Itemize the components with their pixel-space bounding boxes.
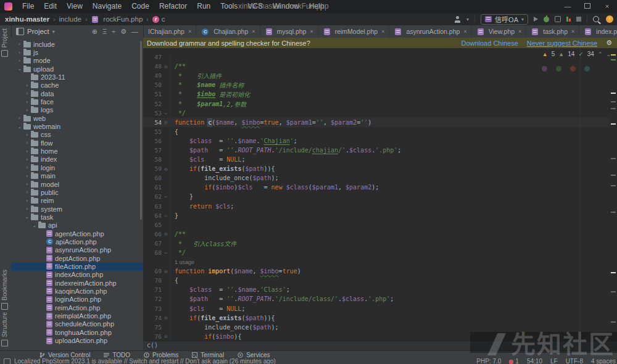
- tree-item-scheduleAction.php[interactable]: scheduleAction.php: [11, 320, 143, 328]
- chevron-right-icon[interactable]: ›: [23, 206, 30, 212]
- menu-run[interactable]: Run: [192, 2, 215, 10]
- tree-item-logs[interactable]: ›logs: [11, 106, 143, 114]
- tree-item-agentAction.php[interactable]: agentAction.php: [11, 230, 143, 238]
- chevron-right-icon[interactable]: ›: [23, 181, 30, 187]
- fold-marker[interactable]: ⌣: [162, 110, 170, 117]
- chevron-down-icon[interactable]: ⌄: [16, 66, 23, 72]
- locate-file-icon[interactable]: ⊕: [92, 25, 97, 38]
- project-view-dropdown[interactable]: ▾: [52, 29, 55, 35]
- chevron-right-icon[interactable]: ›: [23, 149, 30, 154]
- fold-marker[interactable]: ⊖: [162, 315, 170, 321]
- tab-close-icon[interactable]: ×: [252, 28, 255, 35]
- tab-close-icon[interactable]: ×: [381, 28, 384, 35]
- chevron-right-icon[interactable]: ›: [23, 165, 30, 170]
- breadcrumb-item-include[interactable]: include: [59, 15, 81, 23]
- tree-item-upload[interactable]: ⌄upload: [11, 65, 143, 73]
- tree-item-public[interactable]: ›public: [11, 188, 143, 196]
- chevron-right-icon[interactable]: ›: [16, 41, 23, 47]
- debug-button[interactable]: [544, 17, 549, 22]
- hide-panel-icon[interactable]: —: [131, 25, 138, 38]
- layout-icon[interactable]: [4, 358, 10, 364]
- tree-item-asynrunAction.php[interactable]: asynrunAction.php: [11, 246, 143, 254]
- tree-item-home[interactable]: ›home: [11, 147, 143, 155]
- tree-item-webmain[interactable]: ⌄webmain: [11, 122, 143, 130]
- chevron-right-icon[interactable]: ›: [23, 132, 30, 138]
- project-scrollbar[interactable]: [140, 41, 142, 220]
- tab-IChajian.php[interactable]: IChajian.php×: [144, 25, 196, 38]
- panel-settings-icon[interactable]: ⚙: [120, 25, 126, 38]
- tree-item-css[interactable]: ›css: [11, 131, 143, 139]
- fold-marker[interactable]: ⌣: [162, 212, 170, 219]
- breadcrumb-item-rockFun.php[interactable]: rockFun.php: [91, 15, 143, 23]
- notification-count[interactable]: 1: [509, 358, 519, 364]
- banner-settings-icon[interactable]: ⚙: [606, 39, 612, 47]
- chevron-right-icon[interactable]: ›: [16, 50, 23, 56]
- tree-item-main[interactable]: ›main: [11, 172, 143, 180]
- menu-code[interactable]: Code: [126, 2, 154, 10]
- tree-item-model[interactable]: ›model: [11, 180, 143, 188]
- tree-item-fileAction.php[interactable]: fileAction.php: [11, 262, 143, 270]
- chevron-right-icon[interactable]: ›: [16, 58, 23, 64]
- tree-item-system[interactable]: ›system: [11, 205, 143, 213]
- tree-item-api[interactable]: ⌄api: [11, 221, 143, 230]
- tree-item-web[interactable]: ›web: [11, 114, 143, 122]
- profiler-button[interactable]: [566, 17, 571, 22]
- stripe-project-button[interactable]: Project: [1, 28, 8, 57]
- tree-item-apiAction.php[interactable]: CapiAction.php: [11, 238, 143, 246]
- chevron-right-icon[interactable]: ›: [23, 83, 30, 88]
- expand-icon[interactable]: Ξ: [102, 25, 107, 38]
- code-with-me-icon[interactable]: [453, 16, 461, 23]
- tree-item-indexAction.php[interactable]: indexAction.php: [11, 271, 143, 279]
- chevron-right-icon[interactable]: ›: [23, 107, 30, 113]
- fold-marker[interactable]: ⊖: [162, 166, 170, 172]
- stripe-structure-button[interactable]: Structure: [1, 312, 8, 347]
- never-suggest-chinese-link[interactable]: Never suggest Chinese: [527, 39, 597, 47]
- minimize-button[interactable]: —: [558, 0, 578, 13]
- chevron-right-icon[interactable]: ›: [23, 99, 30, 105]
- menu-edit[interactable]: Edit: [39, 2, 62, 10]
- breadcrumb-item-xinhu-master[interactable]: xinhu-master: [5, 15, 49, 23]
- menu-navigate[interactable]: Navigate: [88, 2, 126, 10]
- chevron-right-icon[interactable]: ›: [23, 198, 30, 204]
- chevron-right-icon[interactable]: ›: [23, 173, 30, 179]
- chevron-down-icon[interactable]: ⌄: [23, 214, 30, 220]
- php-version[interactable]: PHP: 7.0: [476, 358, 501, 364]
- tab-Chajian.php[interactable]: CChajian.php×: [196, 25, 260, 38]
- tree-item-indexreimAction.php[interactable]: indexreimAction.php: [11, 279, 143, 287]
- menu-file[interactable]: File: [17, 2, 39, 10]
- tree-item-reimplatAction.php[interactable]: reimplatAction.php: [11, 312, 143, 320]
- tab-asynrunAction.php[interactable]: asynrunAction.php×: [389, 25, 471, 38]
- chevron-right-icon[interactable]: ›: [23, 140, 30, 146]
- coverage-button[interactable]: [555, 16, 561, 22]
- caret-position[interactable]: 54:10: [527, 358, 542, 364]
- fold-marker[interactable]: ⊖: [162, 231, 170, 237]
- breadcrumb-item-c[interactable]: fc: [152, 15, 165, 23]
- status-message[interactable]: Localized PhpStorm 2023.1 is available /…: [14, 358, 276, 364]
- menu-refactor[interactable]: Refactor: [154, 2, 192, 10]
- menu-view[interactable]: View: [62, 2, 88, 10]
- tab-reimModel.php[interactable]: reimModel.php×: [318, 25, 390, 38]
- maximize-button[interactable]: [578, 0, 597, 13]
- chevron-right-icon[interactable]: ›: [16, 115, 23, 121]
- chevron-right-icon[interactable]: ›: [23, 91, 30, 96]
- update-notification-icon[interactable]: ↑: [606, 15, 613, 23]
- chevron-right-icon[interactable]: ›: [23, 189, 30, 195]
- chevron-down-icon[interactable]: ⌄: [31, 223, 38, 228]
- fold-marker[interactable]: ⊖: [162, 119, 170, 125]
- line-separator[interactable]: LF: [550, 358, 558, 364]
- fold-marker[interactable]: ⊖: [162, 64, 170, 70]
- tab-task.php[interactable]: task.php×: [526, 25, 579, 38]
- tab-close-icon[interactable]: ×: [463, 28, 466, 35]
- project-panel-title[interactable]: Project: [27, 28, 49, 35]
- tree-item-include[interactable]: ›include: [11, 40, 143, 48]
- tree-item-mode[interactable]: ›mode: [11, 57, 143, 65]
- tree-item-index[interactable]: ›index: [11, 155, 143, 163]
- fold-marker[interactable]: ⊖: [162, 268, 170, 275]
- tree-item-face[interactable]: ›face: [11, 97, 143, 105]
- stop-button[interactable]: [576, 17, 581, 22]
- fold-marker[interactable]: ⊖: [162, 333, 170, 339]
- tree-item-reim[interactable]: ›reim: [11, 197, 143, 205]
- tree-item-flow[interactable]: ›flow: [11, 139, 143, 147]
- fold-marker[interactable]: ⌣: [162, 249, 170, 256]
- tree-item-js[interactable]: ›js: [11, 48, 143, 56]
